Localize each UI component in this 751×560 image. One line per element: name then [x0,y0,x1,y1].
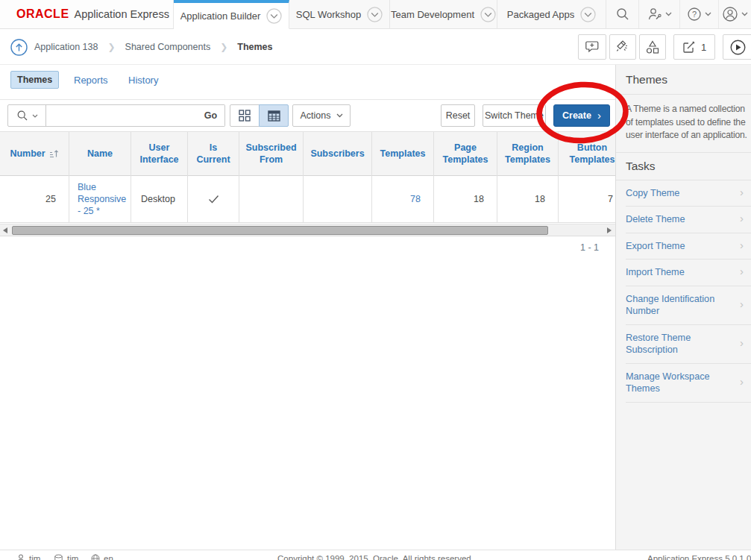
task-export-theme[interactable]: Export Theme› [626,233,751,260]
task-change-identification-number[interactable]: Change Identification Number› [626,286,751,325]
chevron-down-circle-icon[interactable] [580,7,596,22]
report-view-icon [268,110,280,122]
chevron-down-icon [665,12,672,16]
tab-sql-workshop[interactable]: SQL Workshop [289,0,390,29]
search-button[interactable] [606,0,639,28]
task-delete-theme[interactable]: Delete Theme› [626,207,751,233]
subtab-history[interactable]: History [128,71,158,89]
advisor-button[interactable] [609,34,636,60]
checkmark-icon [208,195,219,204]
breadcrumb-current: Themes [237,42,272,52]
chevron-right-icon: › [740,213,744,225]
reset-button[interactable]: Reset [441,104,475,127]
actions-menu-button[interactable]: Actions [292,104,351,127]
breadcrumb: Application 138 ❯ Shared Components ❯ Th… [10,29,273,65]
task-restore-theme-subscription[interactable]: Restore Theme Subscription› [626,325,751,364]
subtab-themes[interactable]: Themes [10,71,59,89]
column-header-is-current[interactable]: Is Current [188,132,239,176]
sidebar-about-title: Themes [626,65,751,94]
grid-view-icon [239,110,251,122]
chevron-down-icon [705,12,711,16]
cell-is-current [188,176,239,223]
shared-components-button[interactable] [639,34,666,60]
chevron-right-icon: › [740,265,744,278]
chevron-right-icon: › [740,337,744,350]
themes-report-table: Number 25 Name Blue Responsive - 25 * Us… [0,132,615,223]
help-icon: ? [687,7,702,22]
templates-count-link[interactable]: 78 [410,193,421,205]
column-header-templates[interactable]: Templates [372,132,433,176]
horizontal-scrollbar[interactable] [0,224,615,236]
scrollbar-thumb[interactable] [12,226,548,235]
user-icon [722,6,738,22]
run-application-button[interactable] [723,34,751,60]
theme-name-link[interactable]: Blue Responsive - 25 * [78,181,131,217]
column-header-subscribed-from[interactable]: Subscribed From [239,132,303,176]
flashlight-icon [615,40,630,54]
sidebar-tasks-title: Tasks [626,153,751,180]
tab-packaged-apps[interactable]: Packaged Apps [497,0,606,29]
run-icon [730,40,746,55]
chevron-right-icon: › [740,239,744,252]
icon-view-button[interactable] [230,104,260,127]
chevron-right-icon: › [597,109,601,122]
scroll-left-arrow-icon[interactable] [3,227,7,233]
column-header-name[interactable]: Name [69,132,131,176]
task-import-theme[interactable]: Import Theme› [626,259,751,286]
tab-team-development[interactable]: Team Development [390,0,497,29]
cell-templates: 78 [372,176,433,223]
sidebar-about-text: A Theme is a named collection of templat… [626,95,751,152]
shared-components-icon [645,40,660,54]
footer-version: Application Express 5.0.1.00.09 [647,554,751,560]
create-button[interactable]: Create › [553,104,610,127]
cell-region-templates: 18 [497,176,558,223]
edit-page-button[interactable]: 1 [673,34,715,60]
up-level-icon[interactable] [10,39,28,56]
scroll-right-arrow-icon[interactable] [607,227,612,233]
breadcrumb-shared-components[interactable]: Shared Components [125,42,211,52]
column-header-page-templates[interactable]: Page Templates [434,132,497,176]
user-menu[interactable] [719,0,751,28]
chevron-right-icon: › [740,376,744,388]
report-view-button[interactable] [259,104,289,127]
feedback-button[interactable] [578,34,606,60]
breadcrumb-application[interactable]: Application 138 [34,42,98,52]
chevron-down-icon [741,12,748,16]
search-input[interactable] [45,104,198,127]
chevron-right-icon: › [740,186,744,199]
main-content: Themes Reports History Go Actions Reset … [0,65,615,550]
subtab-reports[interactable]: Reports [74,71,108,89]
tab-application-builder[interactable]: Application Builder [174,0,289,29]
breadcrumb-separator-icon: ❯ [220,42,227,52]
task-manage-workspace-themes[interactable]: Manage Workspace Themes› [626,364,751,403]
chevron-down-circle-icon[interactable] [266,8,282,24]
column-header-button-templates[interactable]: Button Templates [559,132,615,176]
cell-name: Blue Responsive - 25 * [69,176,131,223]
cell-number: 25 [0,176,69,223]
column-header-user-interface[interactable]: User Interface [131,132,187,176]
page-subtabs: Themes Reports History [0,65,615,99]
column-header-subscribers[interactable]: Subscribers [304,132,371,176]
footer-copyright: Copyright © 1999, 2015, Oracle. All righ… [0,554,751,560]
go-button[interactable]: Go [197,104,225,127]
feedback-bubble-icon [585,40,600,54]
help-menu[interactable]: ? [680,0,719,28]
top-navigation-bar: ORACLE Application Express Application B… [0,0,751,29]
column-header-region-templates[interactable]: Region Templates [497,132,558,176]
chevron-down-circle-icon[interactable] [367,7,383,22]
switch-theme-button[interactable]: Switch Theme [483,104,546,127]
chevron-down-circle-icon[interactable] [480,7,496,22]
product-name: Application Express [75,8,169,20]
administration-menu[interactable] [639,0,680,28]
edit-page-icon [682,40,696,54]
sort-ascending-icon [49,149,59,158]
cell-button-templates: 7 [559,176,615,223]
column-header-number[interactable]: Number [0,132,69,176]
right-sidebar: Themes A Theme is a named collection of … [615,65,751,550]
search-column-selector[interactable] [7,104,46,127]
edit-page-number: 1 [701,42,706,53]
search-icon [16,110,28,122]
cell-user-interface: Desktop [131,176,187,223]
task-copy-theme[interactable]: Copy Theme› [626,180,751,207]
report-toolbar: Go Actions Reset Switch Theme Create › [0,99,615,132]
